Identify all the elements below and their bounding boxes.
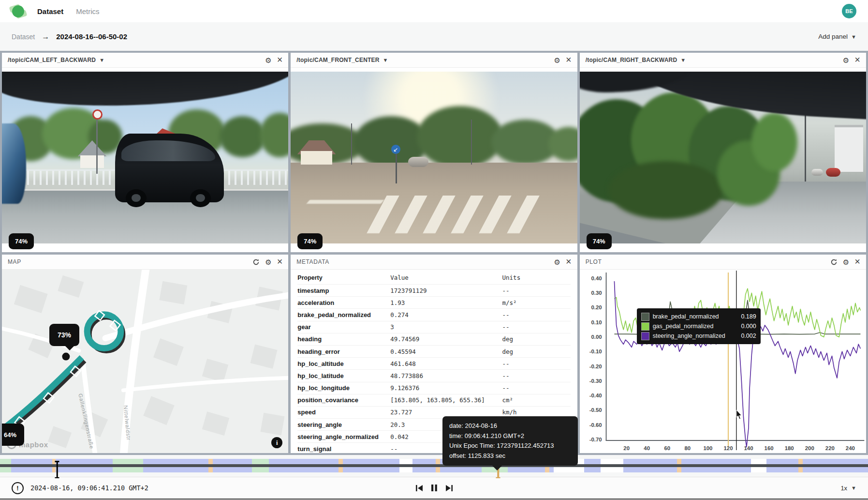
timeline-segment [766, 459, 798, 464]
panel-header: PLOT ⚙ × [580, 255, 866, 270]
skip-to-start-button[interactable] [415, 485, 424, 492]
panel-cam-right-backward: /topic/CAM_RIGHT_BACKWARD ▼ ⚙ × [580, 53, 866, 252]
tab-metrics[interactable]: Metrics [76, 7, 99, 15]
table-cell: 49.74569 [390, 333, 502, 345]
table-cell: turn_signal [297, 443, 390, 453]
svg-text:60: 60 [664, 445, 670, 451]
column-header-property: Property [297, 271, 390, 285]
table-cell: steering_angle [297, 419, 390, 431]
svg-text:0.10: 0.10 [591, 319, 602, 325]
table-row: hp_loc_latitude48.773886-- [297, 370, 570, 382]
topic-selector[interactable]: /topic/CAM_LEFT_BACKWARD [8, 57, 96, 63]
svg-text:100: 100 [703, 445, 712, 451]
timeline-segment [269, 459, 338, 464]
svg-text:40: 40 [644, 445, 650, 451]
legend-entry: brake_pedal_normalized0.189 [641, 312, 756, 321]
timeline-segment [143, 459, 208, 464]
timeline-segment [412, 459, 436, 464]
line-chart[interactable]: 0.400.300.200.100.00-0.10-0.20-0.30-0.40… [580, 270, 866, 453]
table-cell: hp_loc_latitude [297, 370, 390, 382]
timeline-segment [803, 459, 868, 464]
table-cell: -- [502, 309, 571, 321]
timeline-segment [623, 467, 677, 472]
time-tooltip: date: 2024-08-16 time: 09:06:41.210 GMT+… [442, 416, 578, 466]
timeline-segment [508, 467, 545, 472]
timeline-segment [0, 467, 11, 472]
camera-image-front-center: ↙ [291, 72, 577, 243]
add-panel-button[interactable]: Add panel ▼ [818, 33, 856, 40]
close-icon[interactable]: × [854, 257, 860, 266]
legend-swatch [641, 322, 649, 331]
svg-text:-0.70: -0.70 [589, 437, 602, 442]
timeline-strip[interactable] [0, 459, 868, 472]
breadcrumb-bar: Dataset → 2024-08-16--06-50-02 Add panel… [0, 22, 868, 51]
timeline-segment [213, 467, 252, 472]
avatar[interactable]: BE [842, 4, 856, 18]
table-cell: 1.93 [390, 297, 502, 309]
legend-entry: gas_pedal_normalized0.000 [641, 321, 756, 331]
chevron-down-icon[interactable]: ▼ [99, 57, 104, 63]
skip-to-end-button[interactable] [445, 485, 453, 492]
timeline-track-bottom[interactable] [0, 467, 868, 472]
plot-canvas[interactable]: 0.400.300.200.100.00-0.10-0.20-0.30-0.40… [580, 270, 866, 453]
gear-icon[interactable]: ⚙ [265, 57, 271, 64]
chevron-down-icon[interactable]: ▼ [383, 57, 388, 63]
table-cell: m/s² [502, 297, 571, 309]
hover-cursor[interactable] [53, 460, 61, 479]
timeline-segment [803, 467, 868, 472]
timeline[interactable] [0, 455, 868, 477]
topic-selector[interactable]: /topic/CAM_RIGHT_BACKWARD [586, 57, 677, 63]
table-cell: deg [502, 333, 571, 345]
pause-button[interactable] [431, 484, 438, 492]
timeline-segment [399, 467, 412, 472]
chevron-down-icon[interactable]: ▼ [680, 57, 686, 63]
refresh-icon[interactable] [830, 258, 838, 266]
svg-text:-0.60: -0.60 [589, 422, 602, 428]
alert-icon[interactable]: ! [12, 482, 24, 494]
timeline-segment [143, 467, 208, 472]
topic-selector[interactable]: /topic/CAM_FRONT_CENTER [296, 57, 379, 63]
table-row: gear3-- [297, 321, 570, 333]
panel-grid: /topic/CAM_LEFT_BACKWARD ▼ ⚙ × [0, 51, 868, 459]
close-icon[interactable]: × [566, 55, 572, 64]
gear-icon[interactable]: ⚙ [554, 57, 560, 64]
close-icon[interactable]: × [277, 257, 283, 266]
timeline-track-top[interactable] [0, 459, 868, 464]
table-cell: 3 [390, 321, 502, 333]
table-cell: heading [297, 333, 390, 345]
svg-text:240: 240 [846, 445, 855, 451]
table-cell: deg [502, 345, 571, 357]
timeline-segment [584, 459, 601, 464]
gear-icon[interactable]: ⚙ [554, 258, 560, 266]
legend-swatch [641, 313, 649, 321]
gear-icon[interactable]: ⚙ [265, 258, 271, 266]
playback-speed-selector[interactable]: 1x ▼ [840, 485, 856, 492]
coverage-badge: 74% [9, 233, 34, 249]
table-row: position_covariance[163.805, 163.805, 65… [297, 394, 570, 406]
gear-icon[interactable]: ⚙ [843, 57, 849, 64]
timeline-segment [751, 459, 766, 464]
panel-title: MAP [8, 258, 21, 265]
table-cell: 9.126376 [390, 382, 502, 394]
close-icon[interactable]: × [854, 55, 860, 64]
panel-header: /topic/CAM_RIGHT_BACKWARD ▼ ⚙ × [580, 53, 866, 68]
timeline-segment [269, 467, 338, 472]
table-cell: -- [502, 358, 571, 370]
map-canvas[interactable]: Gallenklingenstraße Nittelwaldstr 73% 64… [2, 270, 288, 453]
svg-text:160: 160 [764, 445, 773, 451]
timeline-segment [252, 467, 269, 472]
breadcrumb-root[interactable]: Dataset [12, 33, 35, 41]
timeline-segment [554, 467, 584, 472]
gear-icon[interactable]: ⚙ [843, 258, 849, 266]
close-icon[interactable]: × [566, 257, 572, 266]
close-icon[interactable]: × [277, 55, 283, 64]
timeline-segment [0, 459, 11, 464]
table-cell: -- [502, 285, 571, 297]
table-row: brake_pedal_normalized0.274-- [297, 309, 570, 321]
refresh-icon[interactable] [252, 258, 260, 266]
table-row: acceleration1.93m/s² [297, 297, 570, 309]
breadcrumb-arrow-icon: → [42, 32, 49, 41]
table-cell: 461.648 [390, 358, 502, 370]
table-row: hp_loc_longitude9.126376-- [297, 382, 570, 394]
tab-dataset[interactable]: Dataset [37, 7, 63, 15]
